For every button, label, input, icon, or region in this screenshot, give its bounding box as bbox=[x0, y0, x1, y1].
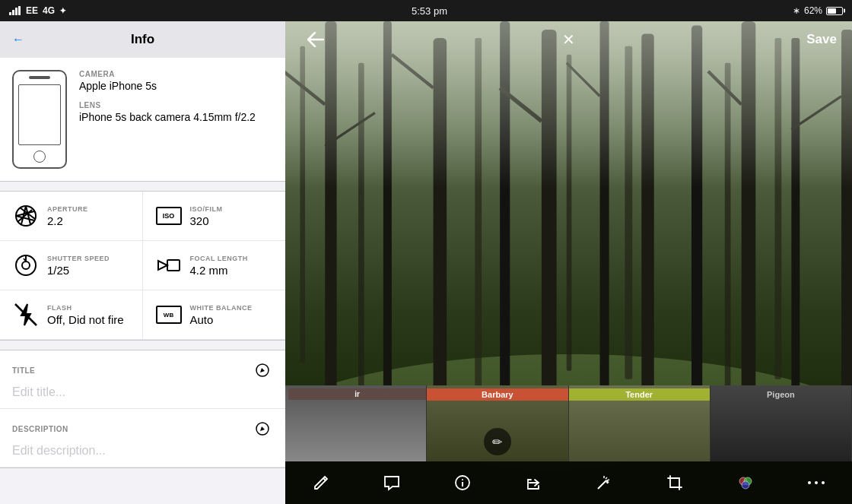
status-left: EE 4G ✦ bbox=[9, 5, 66, 16]
wb-text: WHITE BALANCE Auto bbox=[190, 304, 253, 326]
svg-line-57 bbox=[606, 477, 607, 479]
lens-label: LENS bbox=[79, 101, 273, 109]
main-content: ← Info CAMERA Apple iPhone 5s LENS iPhon… bbox=[0, 21, 852, 504]
filter-tender-label: Tender bbox=[569, 388, 710, 401]
aperture-text: APERTURE 2.2 bbox=[47, 205, 88, 227]
text-section: TITLE Edit title... DESCRIPTION bbox=[0, 350, 285, 468]
photo-back-button[interactable] bbox=[300, 24, 331, 55]
info-panel-title: Info bbox=[131, 32, 154, 47]
focal-icon bbox=[155, 252, 183, 279]
svg-point-12 bbox=[22, 262, 30, 269]
status-bar: EE 4G ✦ 5:53 pm ∗ 62% bbox=[0, 0, 852, 21]
toolbar-color-button[interactable] bbox=[729, 466, 762, 499]
photo-panel: ✕ Save ir Barbary ✏ Tender Pigeon bbox=[285, 21, 852, 504]
device-info: CAMERA Apple iPhone 5s LENS iPhone 5s ba… bbox=[79, 70, 273, 132]
toolbar-more-button[interactable] bbox=[800, 466, 833, 499]
photo-close-button[interactable]: ✕ bbox=[554, 24, 584, 55]
filter-edit-icon[interactable]: ✏ bbox=[484, 428, 511, 455]
filter-pigeon[interactable]: Pigeon bbox=[711, 385, 852, 461]
status-time: 5:53 pm bbox=[412, 5, 447, 17]
iso-icon: ISO bbox=[155, 202, 183, 230]
svg-point-62 bbox=[742, 481, 749, 489]
camera-label: CAMERA bbox=[79, 70, 273, 78]
toolbar-share-button[interactable] bbox=[517, 466, 550, 499]
focal-text: FOCAL LENGTH 4.2 mm bbox=[190, 255, 248, 277]
info-panel: ← Info CAMERA Apple iPhone 5s LENS iPhon… bbox=[0, 21, 285, 504]
description-placeholder[interactable]: Edit description... bbox=[12, 444, 273, 458]
photo-nav: ✕ Save bbox=[285, 21, 852, 58]
device-section: CAMERA Apple iPhone 5s LENS iPhone 5s ba… bbox=[0, 58, 285, 182]
svg-point-63 bbox=[808, 481, 811, 484]
aperture-spec: APERTURE 2.2 bbox=[0, 192, 143, 241]
filter-ir-label: ir bbox=[288, 388, 426, 400]
description-header: DESCRIPTION bbox=[12, 418, 273, 439]
svg-marker-14 bbox=[158, 261, 167, 270]
wb-icon: WB bbox=[155, 301, 183, 328]
camera-value: Apple iPhone 5s bbox=[79, 80, 273, 92]
signal-icon bbox=[9, 6, 21, 15]
filter-barbary[interactable]: Barbary ✏ bbox=[427, 385, 568, 461]
svg-rect-3 bbox=[18, 6, 21, 15]
svg-line-58 bbox=[607, 480, 609, 480]
toolbar-pencil-button[interactable] bbox=[304, 466, 338, 499]
svg-rect-1 bbox=[12, 10, 14, 15]
flash-icon bbox=[12, 301, 40, 328]
wb-spec: WB WHITE BALANCE Auto bbox=[143, 290, 286, 340]
svg-point-65 bbox=[822, 481, 825, 484]
toolbar-info-button[interactable] bbox=[446, 466, 479, 499]
toolbar-magic-button[interactable] bbox=[587, 466, 621, 499]
wifi-icon: ✦ bbox=[59, 6, 66, 16]
focal-spec: FOCAL LENGTH 4.2 mm bbox=[143, 241, 286, 290]
flash-text: FLASH Off, Did not fire bbox=[47, 304, 124, 326]
aperture-icon bbox=[12, 202, 40, 230]
bluetooth-icon: ∗ bbox=[793, 5, 800, 16]
lens-value: iPhone 5s back camera 4.15mm f/2.2 bbox=[79, 111, 273, 123]
specs-grid: APERTURE 2.2 ISO ISO/FILM 320 bbox=[0, 191, 285, 341]
svg-line-55 bbox=[598, 480, 606, 489]
description-label: DESCRIPTION bbox=[12, 425, 68, 433]
iso-spec: ISO ISO/FILM 320 bbox=[143, 192, 286, 241]
battery-percent: 62% bbox=[804, 5, 822, 16]
description-row: DESCRIPTION Edit description... bbox=[0, 409, 285, 468]
shutter-spec: SHUTTER SPEED 1/25 bbox=[0, 241, 143, 290]
svg-line-51 bbox=[323, 478, 326, 480]
filter-strip: ir Barbary ✏ Tender Pigeon bbox=[285, 385, 852, 461]
shutter-text: SHUTTER SPEED 1/25 bbox=[47, 255, 110, 277]
status-right: ∗ 62% bbox=[793, 5, 843, 16]
title-edit-button[interactable] bbox=[252, 360, 273, 381]
phone-icon bbox=[12, 70, 67, 169]
title-placeholder[interactable]: Edit title... bbox=[12, 385, 273, 399]
svg-point-54 bbox=[462, 479, 463, 480]
bottom-toolbar bbox=[285, 461, 852, 504]
title-label: TITLE bbox=[12, 366, 35, 375]
filter-ir[interactable]: ir bbox=[285, 385, 427, 461]
svg-rect-15 bbox=[167, 260, 180, 271]
info-header: ← Info bbox=[0, 21, 285, 58]
svg-rect-0 bbox=[9, 12, 11, 15]
filter-pigeon-label: Pigeon bbox=[711, 388, 851, 401]
carrier-label: EE bbox=[26, 5, 38, 16]
svg-point-64 bbox=[815, 481, 818, 484]
filter-tender[interactable]: Tender bbox=[569, 385, 711, 461]
battery-icon bbox=[826, 7, 843, 15]
iso-text: ISO/FILM 320 bbox=[190, 205, 223, 227]
title-header: TITLE bbox=[12, 360, 273, 381]
filter-barbary-label: Barbary bbox=[427, 388, 567, 401]
back-button[interactable]: ← bbox=[12, 33, 24, 46]
network-label: 4G bbox=[43, 5, 55, 16]
toolbar-comment-button[interactable] bbox=[375, 466, 409, 499]
photo-save-button[interactable]: Save bbox=[806, 32, 837, 47]
title-row: TITLE Edit title... bbox=[0, 350, 285, 409]
shutter-icon bbox=[12, 252, 40, 279]
toolbar-crop-button[interactable] bbox=[658, 466, 691, 499]
svg-rect-2 bbox=[15, 8, 17, 15]
description-edit-button[interactable] bbox=[252, 418, 273, 439]
flash-spec: FLASH Off, Did not fire bbox=[0, 290, 143, 340]
